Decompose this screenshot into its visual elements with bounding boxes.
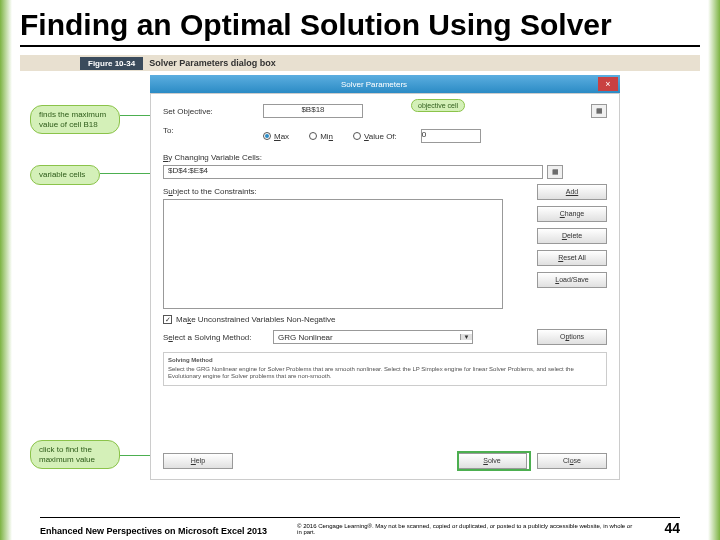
solver-dialog: Solver Parameters × Set Objective: $B$18… (150, 75, 620, 480)
radio-valueof-label: Value Of: (364, 132, 397, 141)
range-picker-icon[interactable]: ▦ (591, 104, 607, 118)
help-button[interactable]: Help (163, 453, 233, 469)
callout-objective-cell: objective cell (411, 99, 465, 112)
dialog-titlebar: Solver Parameters × (150, 75, 620, 93)
to-label: To: (163, 126, 263, 135)
set-objective-input[interactable]: $B$18 (263, 104, 363, 118)
options-button[interactable]: Options (537, 329, 607, 345)
solving-method-label: Select a Solving Method: (163, 333, 273, 342)
footer: Enhanced New Perspectives on Microsoft E… (40, 517, 680, 536)
close-icon[interactable]: × (598, 77, 618, 91)
nonneg-label: Make Unconstrained Variables Non-Negativ… (176, 315, 336, 324)
solving-method-value: GRG Nonlinear (278, 333, 333, 342)
set-objective-label: Set Objective: (163, 107, 263, 116)
radio-min-label: Min (320, 132, 333, 141)
slide-title: Finding an Optimal Solution Using Solver (20, 0, 700, 47)
callout-variable-cells: variable cells (30, 165, 100, 185)
chevron-down-icon: ▼ (460, 334, 472, 340)
loadsave-button[interactable]: Load/Save (537, 272, 607, 288)
radio-valueof[interactable]: Value Of: (353, 132, 397, 141)
add-button[interactable]: Add (537, 184, 607, 200)
range-picker-icon[interactable]: ▦ (547, 165, 563, 179)
radio-max[interactable]: Max (263, 132, 289, 141)
footer-copyright: © 2016 Cengage Learning®. May not be sca… (267, 523, 664, 536)
delete-button[interactable]: Delete (537, 228, 607, 244)
figure-caption: Solver Parameters dialog box (149, 58, 276, 68)
callout-solve: click to find the maximum value (30, 440, 120, 469)
callout-max-value: finds the maximum value of cell B18 (30, 105, 120, 134)
page-number: 44 (664, 520, 680, 536)
constraints-listbox[interactable] (163, 199, 503, 309)
resetall-button[interactable]: Reset All (537, 250, 607, 266)
changing-cells-label: By Changing Variable Cells: (163, 153, 607, 162)
footer-book-title: Enhanced New Perspectives on Microsoft E… (40, 526, 267, 536)
solving-method-select[interactable]: GRG Nonlinear ▼ (273, 330, 473, 344)
figure-number-label: Figure 10-34 (80, 57, 143, 70)
figure-area: Figure 10-34 Solver Parameters dialog bo… (20, 55, 700, 485)
solve-highlight (457, 451, 531, 471)
radio-min[interactable]: Min (309, 132, 333, 141)
solving-method-description: Solving Method Select the GRG Nonlinear … (163, 352, 607, 386)
valueof-input[interactable]: 0 (421, 129, 481, 143)
dialog-title: Solver Parameters (150, 80, 598, 89)
changing-cells-input[interactable]: $D$4:$E$4 (163, 165, 543, 179)
close-button[interactable]: Close (537, 453, 607, 469)
radio-max-label: Max (274, 132, 289, 141)
change-button[interactable]: Change (537, 206, 607, 222)
nonneg-checkbox[interactable]: ✓ (163, 315, 172, 324)
